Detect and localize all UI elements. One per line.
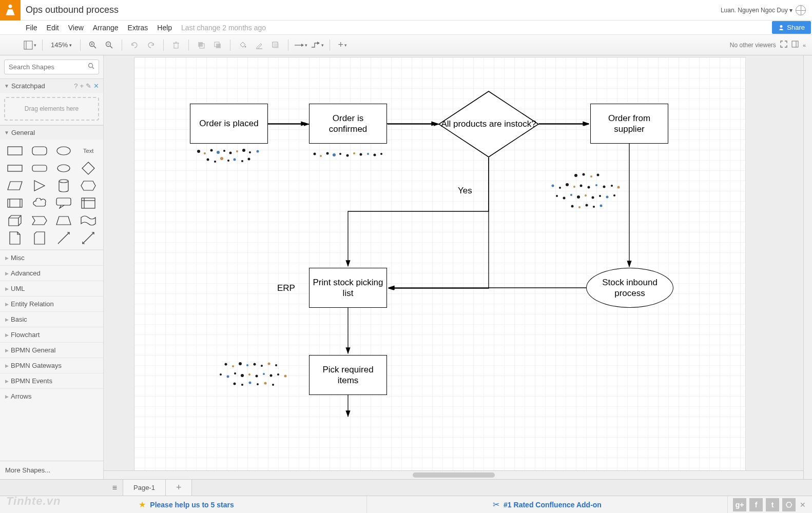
shape-rect-sm[interactable] — [5, 162, 25, 174]
shape-diamond[interactable] — [79, 162, 98, 174]
google-plus-icon[interactable]: g+ — [733, 498, 746, 511]
menu-extras[interactable]: Extras — [128, 24, 148, 32]
node-print-picking[interactable]: Print stock picking list — [309, 268, 387, 308]
comment-2[interactable] — [311, 150, 388, 163]
general-header[interactable]: ▼General — [0, 126, 103, 140]
app-logo[interactable] — [0, 0, 21, 21]
shape-triangle[interactable] — [30, 180, 49, 192]
cat-advanced[interactable]: ▶Advanced — [0, 265, 103, 281]
shape-ellipse-sm[interactable] — [54, 162, 74, 174]
zoom-in-icon[interactable] — [86, 38, 100, 52]
shape-step[interactable] — [30, 214, 49, 227]
scratchpad-edit-icon[interactable]: ✎ — [86, 82, 91, 90]
line-color-icon[interactable] — [252, 38, 266, 52]
shape-rectangle[interactable] — [5, 145, 25, 157]
label-yes[interactable]: Yes — [458, 186, 472, 196]
to-front-icon[interactable] — [194, 38, 208, 52]
cat-bpmn-gateways[interactable]: ▶BPMN Gateways — [0, 358, 103, 373]
scratchpad-help-icon[interactable]: ? — [74, 82, 78, 90]
page-layout-icon[interactable]: ▾ — [23, 38, 37, 52]
canvas[interactable]: Order is placed Order is confirmed All p… — [104, 55, 812, 479]
addon-link[interactable]: #1 Rated Confluence Add-on — [504, 501, 602, 509]
page-tab-1[interactable]: Page-1 — [123, 480, 166, 496]
scratchpad-add-icon[interactable]: + — [80, 82, 84, 90]
cat-bpmn-events[interactable]: ▶BPMN Events — [0, 373, 103, 388]
shape-trapezoid[interactable] — [54, 214, 74, 227]
search-input[interactable] — [4, 60, 99, 74]
shape-hexagon[interactable] — [79, 180, 98, 192]
comment-3[interactable] — [548, 171, 625, 212]
shape-cylinder[interactable] — [54, 180, 74, 192]
cat-uml[interactable]: ▶UML — [0, 281, 103, 296]
shape-rounded-sm[interactable] — [30, 162, 49, 174]
add-icon[interactable]: +▾ — [335, 38, 350, 52]
facebook-icon[interactable]: f — [749, 498, 763, 511]
shape-tape[interactable] — [79, 214, 98, 227]
scratchpad-header[interactable]: ▼Scratchpad ? + ✎ ✕ — [0, 79, 103, 93]
scratchpad-dropzone[interactable]: Drag elements here — [4, 97, 99, 121]
globe-icon[interactable] — [796, 5, 806, 15]
fill-color-icon[interactable] — [236, 38, 250, 52]
user-name[interactable]: Luan. Nguyen Ngoc Duy ▾ — [721, 7, 792, 14]
vertical-scrollbar[interactable] — [803, 55, 812, 479]
shape-line[interactable] — [54, 232, 74, 244]
cat-entity-relation[interactable]: ▶Entity Relation — [0, 296, 103, 311]
menu-view[interactable]: View — [68, 24, 84, 32]
shape-parallelogram[interactable] — [5, 180, 25, 192]
menu-help[interactable]: Help — [157, 24, 172, 32]
undo-icon[interactable] — [127, 38, 142, 52]
document-title[interactable]: Ops outbound process — [26, 5, 119, 15]
comment-4[interactable] — [217, 360, 294, 388]
cat-bpmn-general[interactable]: ▶BPMN General — [0, 342, 103, 358]
cat-basic[interactable]: ▶Basic — [0, 311, 103, 327]
shape-internal-storage[interactable] — [79, 197, 98, 209]
node-stock-inbound[interactable]: Stock inbound process — [586, 268, 673, 308]
delete-icon[interactable] — [169, 38, 183, 52]
node-order-confirmed[interactable]: Order is confirmed — [309, 104, 387, 144]
drawing-page[interactable]: Order is placed Order is confirmed All p… — [134, 57, 745, 479]
collapse-icon[interactable]: « — [803, 42, 806, 48]
shape-process[interactable] — [5, 197, 25, 209]
horizontal-scrollbar[interactable] — [104, 470, 803, 479]
format-panel-icon[interactable] — [791, 41, 799, 49]
node-order-placed[interactable]: Order is placed — [190, 104, 268, 144]
shape-callout[interactable] — [54, 197, 74, 209]
add-page-tab[interactable]: + — [166, 480, 192, 496]
node-instock-decision[interactable]: All products are instock? — [438, 91, 539, 157]
search-icon[interactable] — [88, 63, 95, 72]
cat-arrows[interactable]: ▶Arrows — [0, 388, 103, 404]
node-pick-items[interactable]: Pick required items — [309, 355, 387, 395]
shape-cube[interactable] — [5, 214, 25, 227]
menu-file[interactable]: File — [26, 24, 37, 32]
label-erp[interactable]: ERP — [277, 283, 295, 293]
menu-edit[interactable]: Edit — [47, 24, 59, 32]
shape-text[interactable]: Text — [79, 145, 98, 157]
rate-link[interactable]: Please help us to 5 stars — [150, 501, 234, 509]
share-button[interactable]: Share — [772, 21, 811, 34]
shape-card[interactable] — [30, 232, 49, 244]
fullscreen-icon[interactable] — [780, 41, 787, 49]
more-shapes[interactable]: More Shapes... — [0, 461, 103, 479]
zoom-level[interactable]: 145% ▾ — [48, 41, 75, 49]
shape-biline[interactable] — [79, 232, 98, 244]
node-order-supplier[interactable]: Order from supplier — [590, 104, 668, 144]
shape-note[interactable] — [5, 232, 25, 244]
shape-cloud[interactable] — [30, 197, 49, 209]
shape-ellipse[interactable] — [54, 145, 74, 157]
cat-misc[interactable]: ▶Misc — [0, 250, 103, 265]
to-back-icon[interactable] — [210, 38, 225, 52]
shape-rounded-rect[interactable] — [30, 145, 49, 157]
twitter-icon[interactable]: t — [766, 498, 779, 511]
comment-1[interactable] — [194, 147, 268, 168]
redo-icon[interactable] — [144, 38, 158, 52]
scratchpad-close-icon[interactable]: ✕ — [93, 82, 99, 90]
waypoint-icon[interactable]: ▾ — [310, 38, 324, 52]
page-tabs-menu-icon[interactable]: ≡ — [107, 480, 123, 496]
footer-close-icon[interactable]: ✕ — [800, 501, 806, 509]
cat-flowchart[interactable]: ▶Flowchart — [0, 327, 103, 342]
menu-arrange[interactable]: Arrange — [93, 24, 119, 32]
zoom-out-icon[interactable] — [102, 38, 117, 52]
github-icon[interactable]: ⎔ — [782, 498, 796, 511]
connection-icon[interactable]: ▾ — [294, 38, 308, 52]
shadow-icon[interactable] — [268, 38, 283, 52]
